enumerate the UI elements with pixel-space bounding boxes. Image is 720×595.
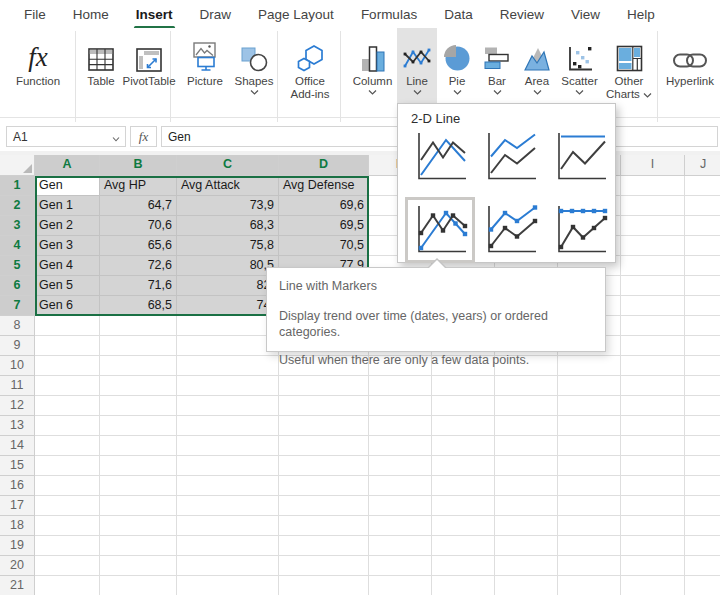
cell-G16[interactable] [495, 476, 558, 496]
chart-option-stacked-line-with-markers[interactable] [482, 204, 538, 256]
tab-home[interactable]: Home [73, 7, 109, 22]
cell-E21[interactable] [369, 576, 432, 595]
cell-G18[interactable] [495, 516, 558, 536]
row-header-20[interactable]: 20 [0, 556, 35, 576]
row-header-4[interactable]: 4 [0, 236, 35, 256]
cell-J14[interactable] [685, 436, 720, 456]
tab-draw[interactable]: Draw [200, 7, 232, 22]
row-header-6[interactable]: 6 [0, 276, 35, 296]
office-add-ins-button[interactable]: Office Add-ins [283, 28, 337, 103]
tab-data[interactable]: Data [444, 7, 473, 22]
cell-C14[interactable] [177, 436, 279, 456]
row-header-2[interactable]: 2 [0, 196, 35, 216]
cell-G19[interactable] [495, 536, 558, 556]
row-header-8[interactable]: 8 [0, 316, 35, 336]
pivottable-button[interactable]: PivotTable [124, 28, 174, 103]
cell-E12[interactable] [369, 396, 432, 416]
cell-D13[interactable] [279, 416, 369, 436]
cell-H11[interactable] [558, 376, 621, 396]
tab-help[interactable]: Help [627, 7, 655, 22]
cell-F19[interactable] [432, 536, 495, 556]
chart-option-100-stacked-line-with-markers[interactable] [552, 204, 608, 256]
other-charts-button[interactable]: Other Charts [602, 28, 656, 103]
cell-A13[interactable] [35, 416, 100, 436]
row-header-15[interactable]: 15 [0, 456, 35, 476]
cell-J10[interactable] [685, 356, 720, 376]
row-header-10[interactable]: 10 [0, 356, 35, 376]
row-header-9[interactable]: 9 [0, 336, 35, 356]
column-header-C[interactable]: C [177, 155, 279, 176]
picture-button[interactable]: Picture [180, 28, 230, 103]
cell-E13[interactable] [369, 416, 432, 436]
cell-D20[interactable] [279, 556, 369, 576]
chart-option-line-with-markers[interactable] [412, 204, 468, 256]
column-header-D[interactable]: D [279, 155, 369, 176]
cell-C9[interactable] [177, 336, 279, 356]
cell-I10[interactable] [621, 356, 685, 376]
cell-J8[interactable] [685, 316, 720, 336]
cell-E17[interactable] [369, 496, 432, 516]
cell-B5[interactable]: 72,6 [100, 256, 177, 276]
cell-C4[interactable]: 75,8 [177, 236, 279, 256]
cell-D11[interactable] [279, 376, 369, 396]
cell-F18[interactable] [432, 516, 495, 536]
cell-I21[interactable] [621, 576, 685, 595]
cell-D16[interactable] [279, 476, 369, 496]
cell-D18[interactable] [279, 516, 369, 536]
shapes-button[interactable]: Shapes [230, 28, 278, 103]
cell-J15[interactable] [685, 456, 720, 476]
cell-A11[interactable] [35, 376, 100, 396]
cell-I17[interactable] [621, 496, 685, 516]
cell-A8[interactable] [35, 316, 100, 336]
cell-F17[interactable] [432, 496, 495, 516]
cell-C16[interactable] [177, 476, 279, 496]
cell-B16[interactable] [100, 476, 177, 496]
cell-A20[interactable] [35, 556, 100, 576]
cell-A10[interactable] [35, 356, 100, 376]
cell-C7[interactable]: 74, [177, 296, 279, 316]
cell-A19[interactable] [35, 536, 100, 556]
cell-H21[interactable] [558, 576, 621, 595]
tab-file[interactable]: File [24, 7, 46, 22]
cell-G20[interactable] [495, 556, 558, 576]
cell-C20[interactable] [177, 556, 279, 576]
cell-A1[interactable]: Gen [35, 176, 100, 196]
cell-H12[interactable] [558, 396, 621, 416]
cell-J7[interactable] [685, 296, 720, 316]
cell-J21[interactable] [685, 576, 720, 595]
cell-B14[interactable] [100, 436, 177, 456]
cell-B20[interactable] [100, 556, 177, 576]
cell-D12[interactable] [279, 396, 369, 416]
cell-I19[interactable] [621, 536, 685, 556]
cell-D3[interactable]: 69,5 [279, 216, 369, 236]
cell-D15[interactable] [279, 456, 369, 476]
cell-A18[interactable] [35, 516, 100, 536]
cell-C12[interactable] [177, 396, 279, 416]
row-header-17[interactable]: 17 [0, 496, 35, 516]
cell-E18[interactable] [369, 516, 432, 536]
cell-B1[interactable]: Avg HP [100, 176, 177, 196]
cell-C2[interactable]: 73,9 [177, 196, 279, 216]
row-header-14[interactable]: 14 [0, 436, 35, 456]
cell-G17[interactable] [495, 496, 558, 516]
cell-B11[interactable] [100, 376, 177, 396]
cell-E16[interactable] [369, 476, 432, 496]
cell-I14[interactable] [621, 436, 685, 456]
cell-F12[interactable] [432, 396, 495, 416]
cell-A6[interactable]: Gen 5 [35, 276, 100, 296]
cell-I6[interactable] [621, 276, 685, 296]
function-button[interactable]: fx Function [6, 28, 70, 103]
cell-C5[interactable]: 80,5 [177, 256, 279, 276]
cell-F21[interactable] [432, 576, 495, 595]
cell-F16[interactable] [432, 476, 495, 496]
cell-J16[interactable] [685, 476, 720, 496]
cell-J1[interactable] [685, 176, 720, 196]
cell-B8[interactable] [100, 316, 177, 336]
cell-I11[interactable] [621, 376, 685, 396]
tab-insert[interactable]: Insert [136, 7, 173, 22]
cell-H18[interactable] [558, 516, 621, 536]
cell-J11[interactable] [685, 376, 720, 396]
cell-A2[interactable]: Gen 1 [35, 196, 100, 216]
cell-A7[interactable]: Gen 6 [35, 296, 100, 316]
row-header-7[interactable]: 7 [0, 296, 35, 316]
